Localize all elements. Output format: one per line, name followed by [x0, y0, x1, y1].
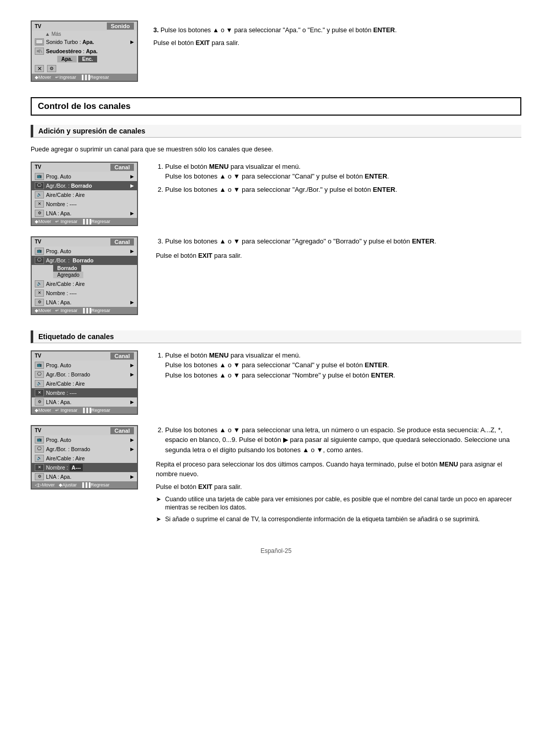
step3-number: 3.: [153, 27, 158, 34]
tv-etiq2-label: TV: [35, 428, 41, 433]
tv-row-agr-bor-1: 🖵 Agr./Bor. : Borrado ▶: [32, 181, 137, 190]
footer-regresar-sonido: ▐▐▐Regresar: [80, 75, 109, 80]
svg-marker-2: [37, 49, 40, 53]
tv-row-aire-cable-e2: 🔊 Aire/Cable : Aire: [32, 454, 137, 463]
tv-title-sonido: Sonido: [107, 23, 134, 30]
tv-row-lna-e1: ⚙ LNA : Apa. ▶: [32, 397, 137, 407]
arrow-prog-auto-e2: ▶: [130, 437, 134, 442]
tv-text-sonido-turbo: Sonido Turbo : Apa.: [46, 39, 128, 45]
icon-aire-cable-2: 🔊: [35, 280, 44, 287]
arrow-agr-bor-e2: ▶: [130, 447, 134, 452]
icon-prog-auto-e2: 📺: [35, 436, 44, 443]
instructions-list-2: Pulse los botones ▲ o ▼ para seleccionar…: [156, 236, 521, 247]
tv-screen-canal1: TV Canal 📺 Prog. Auto ▶ 🖵 Agr./Bor. : Bo…: [31, 162, 138, 226]
tv-row-prog-auto-1: 📺 Prog. Auto ▶: [32, 172, 137, 181]
footer-ingresar-sonido: ↵Ingresar: [55, 75, 76, 80]
text-aire-cable-1: Aire/Cable : Aire: [46, 192, 134, 198]
instructions-list-1: Pulse el botón MENU para visualizar el m…: [156, 162, 521, 195]
tv-row-lna-e2: ⚙ LNA : Apa. ▶: [32, 472, 137, 481]
text-agr-bor-e1: Agr./Bor. : Borrado: [46, 371, 128, 377]
arrow-prog-auto-e1: ▶: [130, 363, 134, 368]
text-prog-auto-1: Prog. Auto: [46, 173, 128, 180]
tv-etiq1-label: TV: [35, 353, 41, 359]
tv-etiq2-title: Canal: [110, 427, 134, 434]
icon-lna-1: ⚙: [35, 210, 44, 217]
footer-regresar-e1: ▐▐▐Regresar: [82, 408, 110, 413]
tv-footer-canal1: ◆Mover ↵ Ingresar ▐▐▐Regresar: [32, 218, 137, 225]
tv-row-aire-cable-2: 🔊 Aire/Cable : Aire: [32, 279, 137, 288]
tv-row-agr-bor-e1: 🖵 Agr./Bor. : Borrado ▶: [32, 370, 137, 379]
tv-submenu-sonido: ▲ Más: [32, 31, 137, 37]
subsection-adicion: Adición y supresión de canales Puede agr…: [31, 125, 521, 315]
tv-footer-etiq2: ◁▷Mover ◆Ajustar ▐▐▐Regresar: [32, 481, 137, 488]
icon-agr-bor-2: 🖵: [35, 257, 44, 264]
tv-icon-sound: [35, 48, 44, 55]
text-nombre-e1: Nombre : ----: [46, 390, 134, 396]
text-nombre-e2: Nombre : A---: [46, 464, 134, 471]
tv-row-seudoestereo: Seudoestéreo : Apa.: [32, 47, 137, 56]
tv-icons-row: ✕ ⚙: [32, 63, 137, 74]
subsection-title-etiquetado: Etiquetado de canales: [31, 330, 521, 343]
text-prog-auto-e2: Prog. Auto: [46, 437, 128, 443]
svg-line-3: [40, 50, 42, 53]
icon-lna-e2: ⚙: [35, 473, 44, 480]
footer-mover-c2: ◆Mover: [35, 308, 51, 313]
icon-agr-bor-e1: 🖵: [35, 371, 44, 378]
exit-note-etiq: Pulse el botón EXIT para salir.: [156, 482, 521, 492]
text-agr-bor-2: Agr./Bor. : Borrado: [46, 257, 134, 263]
icon-prog-auto-e1: 📺: [35, 362, 44, 369]
tv-row-nombre-2: ✕ Nombre : ----: [32, 288, 137, 298]
text-agr-bor-1: Agr./Bor. : Borrado: [46, 183, 128, 189]
text-lna-e2: LNA : Apa.: [46, 474, 128, 480]
footer-ajustar-e2: ◆Ajustar: [59, 482, 77, 487]
subsection-etiquetado: Etiquetado de canales TV Canal 📺 Prog. A…: [31, 330, 521, 527]
etiquetado-inst2: Pulse los botones ▲ o ▼ para seleccionar…: [156, 425, 521, 527]
text-prog-auto-e1: Prog. Auto: [46, 362, 128, 368]
tv-icon-settings: ⚙: [47, 65, 56, 72]
tv-icon-x: ✕: [35, 65, 44, 72]
step3-sonido: 3. Pulse los botones ▲ o ▼ para seleccio…: [153, 26, 521, 35]
inst-item-2: Pulse los botones ▲ o ▼ para seleccionar…: [165, 185, 521, 195]
footer-ingresar-c1: ↵ Ingresar: [55, 219, 78, 224]
tv-row-aire-cable-e1: 🔊 Aire/Cable : Aire: [32, 379, 137, 388]
tv-row-nombre-e2: ✕ Nombre : A---: [32, 463, 137, 472]
tv-icon-picture: [35, 38, 44, 46]
dropdown-agregado: Agregado: [53, 272, 83, 278]
adicion-screens-col: TV Canal 📺 Prog. Auto ▶ 🖵 Agr./Bor. : Bo…: [31, 162, 141, 226]
exit-note-adicion: Pulse el botón EXIT para salir.: [156, 251, 521, 261]
tv-footer-sonido: ◆Mover ↵Ingresar ▐▐▐Regresar: [32, 74, 137, 81]
arrow-prog-auto-2: ▶: [130, 249, 134, 254]
arrow-lna-e1: ▶: [130, 399, 134, 405]
tv-row-nombre-1: ✕ Nombre : ----: [32, 199, 137, 209]
tv-row-lna-1: ⚙ LNA : Apa. ▶: [32, 209, 137, 218]
tv-row-agr-bor-e2: 🖵 Agr./Bor. : Borrado ▶: [32, 444, 137, 454]
etiquetado-inst1: Pulse el botón MENU para visualizar el m…: [156, 350, 521, 415]
tv-arrow-sonido-turbo: ▶: [130, 39, 134, 45]
icon-prog-auto-1: 📺: [35, 173, 44, 180]
arrow-lna-2: ▶: [130, 300, 134, 305]
arrow-agr-bor-1: ▶: [130, 183, 134, 188]
adicion-row1: TV Canal 📺 Prog. Auto ▶ 🖵 Agr./Bor. : Bo…: [31, 162, 521, 226]
text-nombre-2: Nombre : ----: [46, 290, 134, 296]
tv-row-sonido-turbo: Sonido Turbo : Apa. ▶: [32, 37, 137, 47]
adicion-instructions2: Pulse los botones ▲ o ▼ para seleccionar…: [156, 236, 521, 315]
etiquetado-screens1: TV Canal 📺 Prog. Auto ▶ 🖵 Agr./Bor. : Bo…: [31, 350, 141, 415]
inst-item-3: Pulse los botones ▲ o ▼ para seleccionar…: [165, 236, 521, 247]
footer-ingresar-c2: ↵ Ingresar: [55, 308, 78, 313]
tv-row-aire-cable-1: 🔊 Aire/Cable : Aire: [32, 190, 137, 199]
adicion-row2: TV Canal 📺 Prog. Auto ▶ 🖵 Agr./Bor. : Bo…: [31, 236, 521, 315]
arrow-agr-bor-e1: ▶: [130, 372, 134, 377]
icon-aire-cable-e2: 🔊: [35, 455, 44, 462]
tv-screen-etiq1: TV Canal 📺 Prog. Auto ▶ 🖵 Agr./Bor. : Bo…: [31, 350, 138, 415]
tv-dropdown-apa: Enc.: [78, 56, 97, 62]
icon-aire-cable-1: 🔊: [35, 191, 44, 198]
footer-mover-sonido: ◆Mover: [35, 75, 51, 80]
arrow-prog-auto-1: ▶: [130, 174, 134, 179]
icon-agr-bor-e2: 🖵: [35, 446, 44, 453]
footer-regresar-e2: ▐▐▐Regresar: [81, 482, 109, 487]
tv-text-seudoestereo: Seudoestéreo : Apa.: [46, 48, 134, 54]
text-lna-e1: LNA : Apa.: [46, 399, 128, 405]
etiquetado-row1: TV Canal 📺 Prog. Auto ▶ 🖵 Agr./Bor. : Bo…: [31, 350, 521, 415]
inst-item-1: Pulse el botón MENU para visualizar el m…: [165, 162, 521, 182]
dropdown-borrado: Borrado: [53, 265, 81, 272]
